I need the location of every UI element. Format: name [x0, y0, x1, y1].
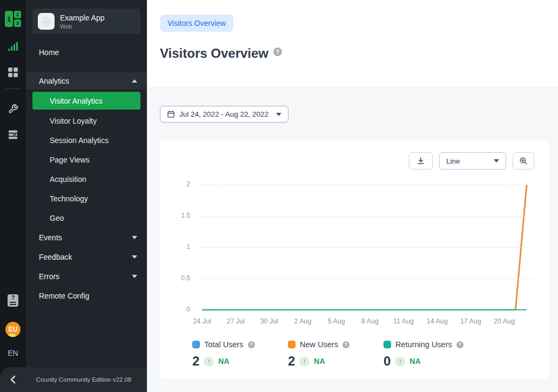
- new-users-value: 2: [288, 354, 295, 369]
- chevron-left-icon: [9, 375, 17, 384]
- returning-users-swatch: [384, 341, 391, 348]
- help-icon[interactable]: ?: [456, 341, 463, 348]
- sidebar-group-errors[interactable]: Errors: [26, 267, 147, 286]
- gridline: [197, 247, 532, 248]
- zoom-in-icon: [519, 157, 528, 165]
- app-icon: [38, 13, 55, 30]
- x-axis-tick-label: 27 Jul: [226, 317, 244, 325]
- sidebar-group-feedback[interactable]: Feedback: [26, 247, 147, 267]
- language-selector[interactable]: EN: [8, 349, 18, 357]
- new-users-change: NA: [314, 357, 325, 366]
- x-axis-tick-label: 5 Aug: [328, 317, 345, 325]
- y-axis-tick-label: 2: [160, 180, 190, 188]
- sidebar-item-acquisition[interactable]: Acquisition: [32, 170, 140, 189]
- new-users-swatch: [288, 341, 295, 348]
- chevron-down-icon: [132, 275, 137, 278]
- chart-card: Line 24 Jul27 Jul30 Jul2 Aug5 Aug8 Aug11…: [160, 140, 549, 379]
- trend-up-icon: ↑: [204, 356, 214, 367]
- feedback-help-icon[interactable]: ?: [8, 294, 18, 307]
- chart-type-select[interactable]: Line: [439, 152, 506, 170]
- download-button[interactable]: [409, 152, 433, 170]
- main-content: Visitors Overview Visitors Overview ? Ju…: [147, 0, 558, 392]
- dashboards-rail-icon[interactable]: [6, 66, 19, 79]
- plot-area: [197, 185, 532, 310]
- tab-visitors-overview[interactable]: Visitors Overview: [160, 15, 233, 32]
- management-rail-icon[interactable]: [6, 102, 19, 115]
- version-label: Countly Community Edition v22.08: [26, 376, 147, 383]
- wrench-icon: [8, 104, 18, 114]
- countly-logo[interactable]: 1 2 3: [5, 11, 21, 27]
- app-name: Example App: [60, 13, 105, 22]
- zoom-button[interactable]: [513, 152, 534, 170]
- page-title: Visitors Overview: [160, 46, 268, 60]
- page-header: Visitors Overview Visitors Overview ?: [147, 0, 558, 88]
- help-icon[interactable]: ?: [342, 341, 349, 348]
- app-selector[interactable]: Example App Web: [32, 9, 140, 34]
- help-icon[interactable]: ?: [248, 341, 255, 348]
- calendar-icon: [167, 110, 175, 118]
- region-badge[interactable]: EU: [5, 322, 21, 337]
- date-range-value: Jul 24, 2022 - Aug 22, 2022: [179, 110, 268, 118]
- grid-icon: [8, 67, 18, 77]
- total-users-change: NA: [218, 357, 229, 366]
- y-axis-tick-label: 1: [160, 243, 190, 251]
- rail-bottom-group: ? EU EN: [5, 294, 21, 357]
- chevron-up-icon: [132, 79, 137, 83]
- gridline: [197, 310, 532, 310]
- x-axis-tick-label: 20 Aug: [494, 317, 515, 325]
- chevron-down-icon: [494, 159, 499, 163]
- legend-item-returning-users[interactable]: Returning Users ? 0 ↑ NA: [384, 340, 479, 369]
- y-axis-tick-label: 0.5: [160, 274, 190, 282]
- icon-rail: 1 2 3 ? EU EN: [0, 0, 26, 392]
- collapse-sidebar-button[interactable]: [0, 367, 26, 392]
- sidebar-group-analytics[interactable]: Analytics: [26, 72, 147, 89]
- sidebar-item-geo[interactable]: Geo: [32, 208, 140, 228]
- server-icon: [8, 130, 18, 140]
- gridline: [197, 279, 532, 279]
- chevron-down-icon: [276, 113, 281, 116]
- x-axis-tick-label: 17 Aug: [460, 317, 481, 325]
- legend-item-total-users[interactable]: Total Users ? 2 ↑ NA: [192, 340, 288, 369]
- gridline: [197, 216, 532, 217]
- rail-divider: [6, 89, 20, 89]
- line-chart[interactable]: 24 Jul27 Jul30 Jul2 Aug5 Aug8 Aug11 Aug1…: [160, 185, 549, 326]
- sidebar-item-remote-config[interactable]: Remote Config: [26, 286, 147, 306]
- sidebar-bottom-bar: Countly Community Edition v22.08: [0, 367, 147, 392]
- trend-up-icon: ↑: [299, 356, 310, 367]
- bar-chart-icon: [8, 42, 18, 51]
- legend-item-new-users[interactable]: New Users ? 2 ↑ NA: [288, 340, 384, 369]
- x-axis-tick-label: 8 Aug: [361, 317, 379, 325]
- y-axis-tick-label: 1.5: [160, 212, 190, 219]
- chart-type-value: Line: [446, 157, 460, 165]
- sidebar-item-visitor-analytics[interactable]: Visitor Analytics: [32, 92, 140, 110]
- chevron-down-icon: [132, 236, 137, 239]
- gridline: [197, 185, 532, 185]
- question-glyph: ?: [11, 294, 15, 301]
- sidebar-item-home[interactable]: Home: [26, 43, 147, 62]
- help-icon[interactable]: ?: [273, 48, 282, 56]
- date-range-picker[interactable]: Jul 24, 2022 - Aug 22, 2022: [160, 106, 288, 123]
- x-axis-tick-label: 30 Jul: [260, 317, 278, 325]
- chevron-down-icon: [132, 255, 137, 259]
- logo-tile-2: 2: [14, 11, 21, 18]
- returning-users-change: NA: [409, 357, 420, 366]
- data-manager-rail-icon[interactable]: [6, 128, 19, 141]
- total-users-value: 2: [192, 354, 199, 369]
- download-icon: [416, 157, 425, 165]
- x-axis: 24 Jul27 Jul30 Jul2 Aug5 Aug8 Aug11 Aug1…: [197, 314, 532, 326]
- sidebar-item-visitor-loyalty[interactable]: Visitor Loyalty: [32, 111, 140, 131]
- sidebar-item-session-analytics[interactable]: Session Analytics: [32, 131, 140, 150]
- sidebar-item-technology[interactable]: Technology: [32, 189, 140, 208]
- returning-users-value: 0: [384, 354, 391, 369]
- sidebar: Example App Web Home Analytics Visitor A…: [26, 0, 147, 392]
- analytics-rail-icon[interactable]: [6, 40, 19, 53]
- app-type: Web: [60, 23, 105, 30]
- y-axis-tick-label: 0: [160, 306, 190, 313]
- x-axis-tick-label: 24 Jul: [193, 317, 211, 325]
- sidebar-item-page-views[interactable]: Page Views: [32, 150, 140, 170]
- logo-tile-1: 1: [5, 11, 13, 27]
- logo-tile-3: 3: [14, 19, 21, 27]
- x-axis-tick-label: 2 Aug: [294, 317, 312, 325]
- chart-legend: Total Users ? 2 ↑ NA New Users ?: [192, 340, 549, 369]
- sidebar-group-events[interactable]: Events: [26, 228, 147, 247]
